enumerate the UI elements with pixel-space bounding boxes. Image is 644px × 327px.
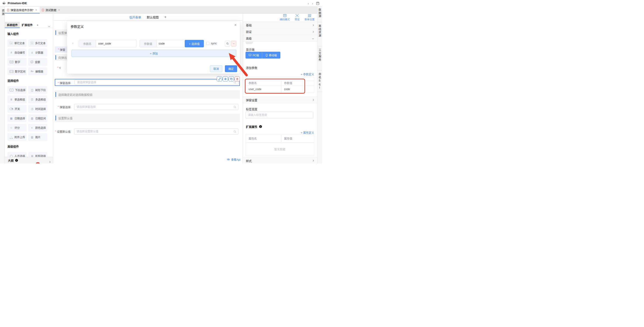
auto-number-icon: # <box>10 51 13 54</box>
close-icon[interactable]: ✕ <box>234 23 237 27</box>
palette-item-time-picker[interactable]: ◷时间选择 <box>28 105 47 113</box>
money-icon: ¥ <box>30 60 33 63</box>
column-header-prop-value: 属性值 <box>281 135 314 142</box>
gear-icon[interactable] <box>223 76 228 82</box>
add-view-button[interactable]: + <box>164 15 166 19</box>
palette-item-switch[interactable]: 开关 <box>8 105 26 113</box>
copy-row-button[interactable] <box>225 41 230 46</box>
add-params-title: 添加参数 <box>246 66 257 70</box>
nav-back-icon[interactable]: ‹ <box>308 2 309 5</box>
palette-item-counter[interactable]: ±计数器 <box>28 49 47 56</box>
time-picker-icon: ◷ <box>30 108 34 110</box>
palette-item-money[interactable]: ¥金额 <box>28 58 47 66</box>
ext-props-title-row: 扩展属性 i <box>246 124 262 129</box>
chevron-right-icon <box>312 24 314 26</box>
sidebar-item-datasource[interactable]: 数据源 <box>318 8 322 18</box>
selected-field-popup-select[interactable]: * 弹窗选择 <box>55 79 240 86</box>
form-settings-button[interactable]: 表单设置 <box>304 14 314 21</box>
accordion-validate[interactable]: 验证 <box>243 28 317 35</box>
remove-row-button[interactable]: − <box>231 41 236 46</box>
tab-extension-components[interactable]: 扩展组件 <box>20 22 35 28</box>
accordion-style[interactable]: 样式 <box>243 157 317 164</box>
sidebar-item-resources[interactable]: 资源 <box>1 9 5 16</box>
org-icon: ⊞ <box>30 155 34 157</box>
accordion-advanced[interactable]: 高级 <box>243 35 317 42</box>
param-name-input[interactable] <box>96 40 136 47</box>
palette-item-number-range[interactable]: 1~3数字区间 <box>8 68 26 75</box>
palette-item-attachment[interactable]: ↑附件上传 <box>8 133 26 141</box>
palette-item-color-picker[interactable]: ◐颜色选择 <box>28 124 47 132</box>
sidebar-item-offline-resources[interactable]: 离线资源 <box>318 24 322 37</box>
accordion-popup-settings[interactable]: 弹窗设置 <box>243 97 317 103</box>
tab-default-view[interactable]: 默认视图 <box>147 15 159 19</box>
list-menu-icon[interactable]: ≡ <box>37 24 38 26</box>
field-label-text: 弹窗选择 <box>60 105 70 109</box>
tree-dropdown-icon: ◫ <box>30 89 34 92</box>
link-icon[interactable] <box>217 76 222 82</box>
drag-handle-icon[interactable]: ✕ <box>72 42 74 45</box>
palette-item-label: 单行文本 <box>14 41 25 45</box>
param-define-link[interactable]: + 参数定义 <box>301 72 314 76</box>
close-tab-icon[interactable]: ✕ <box>35 9 37 11</box>
params-table-row[interactable]: user_code code <box>246 86 314 93</box>
close-tab-icon[interactable]: ✕ <box>58 9 60 11</box>
doc-tab-popup-select-example[interactable]: 弹窗选择组件示例* ✕ <box>5 6 40 13</box>
dropdown-select-icon: ∨ <box>10 89 13 92</box>
sync-checkbox[interactable] <box>206 42 209 45</box>
trash-icon[interactable] <box>234 76 240 82</box>
sidebar-item-third-party-services[interactable]: 三方服务 <box>318 49 322 61</box>
palette-item-tree-dropdown[interactable]: ◫树形下拉 <box>28 86 47 94</box>
palette-item-label: 数字区间 <box>15 70 26 73</box>
save-icon[interactable] <box>316 2 319 5</box>
palette-item-radio-group[interactable]: ≣单选框组 <box>8 96 26 103</box>
preview-button[interactable]: 预览 <box>294 14 300 21</box>
palette-item-dropdown[interactable]: ∨下拉选择 <box>8 86 26 94</box>
palette-item-date-range[interactable]: ▧日期区间 <box>28 114 47 122</box>
palette-item-rating[interactable]: ☆评分 <box>8 124 26 132</box>
date-range-icon: ▧ <box>30 117 34 120</box>
palette-item-single-text[interactable]: A单行文本 <box>8 39 26 47</box>
prop-define-link[interactable]: + 属性定义 <box>301 130 314 134</box>
sidebar-item-named-sql[interactable]: 命名Sql <box>318 73 322 90</box>
chevron-down-icon[interactable] <box>48 24 50 28</box>
tab-system-components[interactable]: 系统组件 <box>5 22 20 28</box>
palette-item-image[interactable]: ▨图片 <box>28 133 47 141</box>
palette-item-date-picker[interactable]: ▦日期选择 <box>8 114 26 122</box>
select-value-button[interactable]: + 选择值 <box>185 40 204 47</box>
copy-icon[interactable] <box>228 76 234 82</box>
group-title-select: 选择组件 <box>8 79 53 82</box>
palette-item-auto-number[interactable]: #自动编号 <box>8 49 26 56</box>
display-side-toggle: PC端 移动端 <box>246 52 280 58</box>
chevron-right-icon[interactable] <box>49 160 50 164</box>
pc-side-button[interactable]: PC端 <box>246 52 262 58</box>
group-title-input: 输入组件 <box>8 32 53 36</box>
form-settings-icon <box>308 14 311 17</box>
cancel-button[interactable]: 取消 <box>210 65 222 72</box>
palette-item-editor[interactable]: A≡编辑器 <box>28 68 47 75</box>
doc-tab-test-data[interactable]: 测试数据 ✕ <box>40 6 62 13</box>
mobile-side-button[interactable]: 移动端 <box>262 52 280 58</box>
palette-item-checkbox-group[interactable]: ☑多选框组 <box>28 96 47 103</box>
code-mode-button[interactable]: 编码模式 <box>280 14 290 21</box>
notification-badge <box>36 162 40 164</box>
tab-low-code-form[interactable]: 低开表单 <box>129 15 141 19</box>
add-param-row-button[interactable]: + 添加 <box>72 50 236 57</box>
label-width-input[interactable] <box>246 112 313 118</box>
accordion-label: 基础 <box>246 23 252 27</box>
outline-bar[interactable]: 大纲 i <box>5 157 53 164</box>
search-icon[interactable] <box>234 106 236 108</box>
popup-select-2-input[interactable] <box>74 104 234 110</box>
accordion-basic[interactable]: 基础 <box>243 22 317 28</box>
default-value-input[interactable] <box>74 129 234 134</box>
palette-item-multi-text[interactable]: A多行文本 <box>28 39 47 47</box>
confirm-button[interactable]: 确定 <box>225 65 237 72</box>
palette-item-person-select[interactable]: ◯人员选择 <box>8 152 26 157</box>
section-title: 选择确定前对选择数据校验 <box>58 92 92 97</box>
palette-item-number[interactable]: 123数字 <box>8 58 26 66</box>
view-api-link[interactable]: 查看Api <box>227 157 240 162</box>
palette-item-org-select[interactable]: ⊞机构选择 <box>28 152 47 157</box>
search-icon[interactable] <box>234 130 236 133</box>
popup-select-input[interactable] <box>75 80 234 85</box>
nav-forward-icon[interactable]: › <box>312 2 313 5</box>
param-value-input[interactable] <box>156 40 184 47</box>
